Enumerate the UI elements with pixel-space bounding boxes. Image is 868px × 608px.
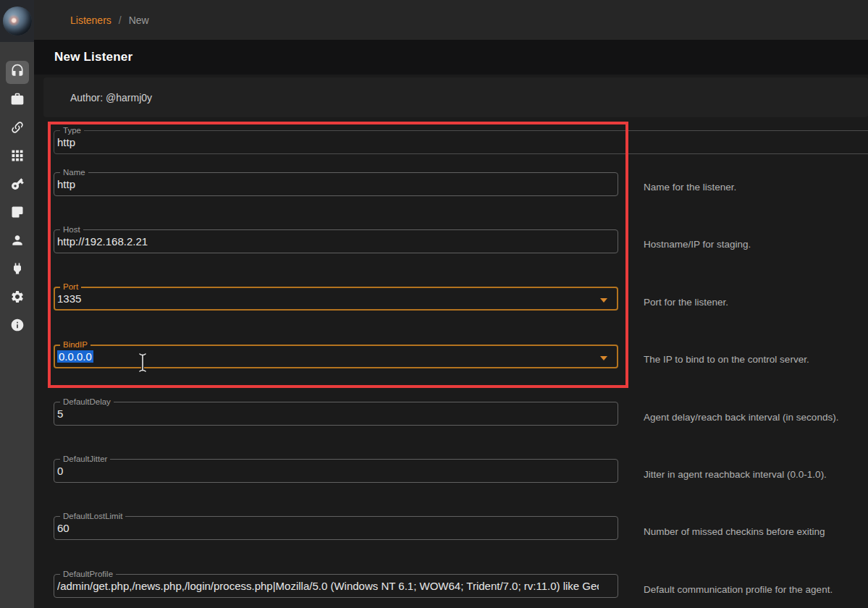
sidebar-item-note[interactable] [6, 202, 29, 225]
name-field-value: http [57, 178, 599, 190]
sidebar-item-link[interactable] [6, 117, 29, 140]
port-field-value: 1335 [57, 292, 598, 305]
starkiller-sphere-logo-icon [3, 7, 32, 35]
breadcrumb-listeners[interactable]: Listeners [70, 14, 111, 26]
defaultlostlimit-field-description: Number of missed checkins before exiting [644, 526, 825, 537]
type-field-value: http [57, 136, 851, 148]
sidebar-item-headset[interactable] [6, 61, 29, 84]
top-app-bar: Listeners / New [34, 0, 868, 40]
sidebar [0, 0, 34, 608]
info-icon [10, 318, 25, 335]
bindip-field-value: 0.0.0.0 [57, 350, 598, 363]
bindip-field-label: BindIP [60, 340, 90, 350]
sidebar-item-info[interactable] [6, 315, 29, 338]
host-field-description: Hostname/IP for staging. [644, 239, 751, 250]
name-field-description: Name for the listener. [644, 182, 736, 193]
sidebar-item-grid[interactable] [6, 145, 29, 169]
type-field-label: Type [60, 126, 84, 135]
host-field-label: Host [60, 225, 83, 235]
key-icon [10, 177, 25, 194]
plug-icon [10, 261, 25, 279]
sidebar-item-gear[interactable] [6, 287, 29, 310]
headset-icon [10, 64, 25, 81]
defaultprofile-field[interactable]: DefaultProfile /admin/get.php,/news.php,… [54, 574, 618, 598]
defaultjitter-field[interactable]: DefaultJitter 0 [54, 459, 618, 483]
author-line: Author: @harmj0y [70, 92, 152, 104]
defaultlostlimit-field-label: DefaultLostLimit [60, 512, 125, 521]
defaultjitter-field-value: 0 [57, 465, 599, 477]
bindip-field-description: The IP to bind to on the control server. [644, 354, 809, 365]
sidebar-item-person[interactable] [6, 230, 29, 253]
bindip-field[interactable]: BindIP 0.0.0.0 [54, 345, 618, 368]
person-icon [10, 233, 25, 250]
sidebar-nav [0, 42, 34, 343]
host-field-value: http://192.168.2.21 [57, 235, 599, 248]
author-card: Author: @harmj0y [43, 77, 868, 117]
defaultdelay-field-label: DefaultDelay [60, 397, 114, 407]
app-logo[interactable] [0, 0, 34, 42]
defaultprofile-field-value: /admin/get.php,/news.php,/login/process.… [57, 580, 599, 592]
defaultdelay-field[interactable]: DefaultDelay 5 [54, 402, 618, 426]
bindip-selected-text: 0.0.0.0 [57, 350, 93, 363]
link-icon [10, 120, 25, 138]
name-field[interactable]: Name http [54, 172, 618, 196]
defaultjitter-field-description: Jitter in agent reachback interval (0.0-… [644, 469, 827, 480]
sidebar-item-key[interactable] [6, 174, 29, 197]
grid-icon [10, 148, 25, 166]
breadcrumb-new: New [129, 14, 149, 26]
defaultlostlimit-field-value: 60 [57, 522, 599, 534]
briefcase-icon [10, 92, 25, 109]
page-title-bar: New Listener [34, 40, 868, 75]
breadcrumb-separator: / [119, 14, 122, 26]
defaultprofile-field-label: DefaultProfile [60, 570, 116, 579]
defaultdelay-field-value: 5 [57, 408, 599, 420]
sidebar-item-briefcase[interactable] [6, 89, 29, 112]
name-field-label: Name [60, 168, 88, 177]
port-field-description: Port for the listener. [644, 297, 728, 308]
defaultprofile-field-description: Default communication profile for the ag… [644, 584, 833, 595]
port-field-label: Port [60, 282, 81, 292]
bindip-dropdown-caret-icon[interactable] [600, 356, 607, 360]
host-field[interactable]: Host http://192.168.2.21 [54, 229, 618, 253]
gear-icon [10, 290, 25, 307]
defaultlostlimit-field[interactable]: DefaultLostLimit 60 [54, 516, 618, 540]
note-icon [10, 205, 25, 222]
page-title: New Listener [54, 50, 132, 64]
type-field[interactable]: Type http [54, 130, 868, 154]
port-dropdown-caret-icon[interactable] [600, 298, 607, 303]
defaultjitter-field-label: DefaultJitter [60, 455, 110, 464]
port-field[interactable]: Port 1335 [54, 287, 618, 311]
defaultdelay-field-description: Agent delay/reach back interval (in seco… [644, 412, 838, 423]
sidebar-item-plug[interactable] [6, 258, 29, 282]
